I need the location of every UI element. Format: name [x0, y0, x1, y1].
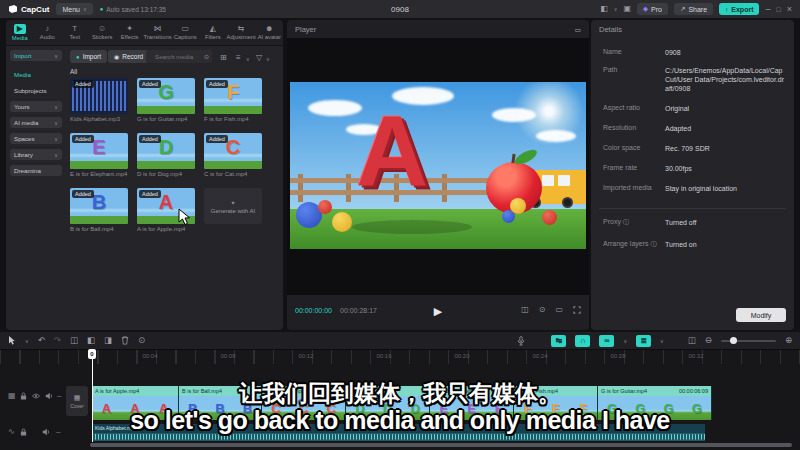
- added-badge: Added: [139, 135, 161, 143]
- trim-right-icon[interactable]: ◨: [104, 336, 112, 345]
- search-visual-icon[interactable]: ⊙: [204, 54, 209, 60]
- sort-icon[interactable]: ≡: [236, 54, 241, 62]
- zoom-slider-knob[interactable]: [730, 337, 737, 344]
- focus-icon[interactable]: ⊙: [539, 306, 546, 314]
- sidebar-item-library[interactable]: Library∨: [10, 149, 62, 160]
- added-badge: Added: [206, 135, 228, 143]
- voiceover-mic-icon[interactable]: [517, 336, 525, 346]
- tab-filters[interactable]: ◭Filters: [199, 20, 226, 45]
- export-button[interactable]: ↑ Export: [719, 3, 759, 15]
- divider: [599, 208, 786, 209]
- added-badge: Added: [72, 190, 94, 198]
- chevron-down-icon[interactable]: ∨: [623, 338, 627, 344]
- layout-toggle-icon[interactable]: ◧: [600, 5, 608, 13]
- horizontal-scrollbar[interactable]: [90, 443, 792, 447]
- media-item[interactable]: AddedG G is for Guitar.mp4: [137, 78, 195, 122]
- select-tool-icon[interactable]: [8, 336, 16, 345]
- snap-toggle[interactable]: ↹: [551, 335, 566, 347]
- filter-icon[interactable]: ▽: [256, 54, 262, 62]
- tab-captions[interactable]: ▭Captions: [172, 20, 199, 45]
- info-icon[interactable]: ⓘ: [650, 241, 656, 247]
- display-mode-icon[interactable]: ▭: [574, 26, 581, 33]
- tab-transitions[interactable]: ⋈Transitions: [143, 20, 171, 45]
- tab-stickers[interactable]: ☺Stickers: [88, 20, 115, 45]
- media-item[interactable]: Added Kids Alphabet.mp3: [70, 78, 128, 122]
- generate-with-ai-card[interactable]: ✦ Generate with AI: [204, 188, 262, 224]
- sidebar-item-media[interactable]: Media: [10, 69, 62, 80]
- export-icon: ↑: [725, 6, 728, 13]
- preview-axis-toggle[interactable]: ≣: [636, 335, 651, 347]
- media-item[interactable]: AddedE E is for Elephant.mp4: [70, 133, 128, 177]
- added-badge: Added: [72, 135, 94, 143]
- audio-icon: ♪: [45, 25, 49, 33]
- player-panel: Player ▭: [287, 20, 589, 330]
- tab-effects[interactable]: ✦Effects: [116, 20, 143, 45]
- share-button[interactable]: ↗ Share: [674, 3, 713, 15]
- fullscreen-icon[interactable]: [573, 306, 581, 314]
- magnet-toggle[interactable]: ∩: [575, 335, 590, 347]
- capcut-logo: CapCut: [8, 4, 49, 14]
- redo-icon[interactable]: ↷: [54, 336, 61, 345]
- preview-letter-a: A: [356, 84, 428, 219]
- search-input[interactable]: [153, 52, 201, 61]
- record-button[interactable]: ◉ Record: [108, 50, 149, 63]
- media-item[interactable]: AddedD D is for Dog.mp4: [137, 133, 195, 177]
- sidebar-item-subprojects[interactable]: Subprojects: [10, 85, 62, 96]
- snapshot-icon[interactable]: ◫: [521, 306, 529, 314]
- undo-icon[interactable]: ↶: [38, 336, 45, 345]
- ratio-icon[interactable]: ▭: [555, 306, 563, 314]
- keyframe-icon[interactable]: ⊙: [138, 336, 145, 345]
- minimize-button[interactable]: –: [765, 5, 770, 14]
- chevron-down-icon[interactable]: ∨: [246, 56, 250, 62]
- timeline-ruler[interactable]: 00:04 00:08 00:12 00:16 00:20 00:24 00:2…: [0, 350, 800, 364]
- detail-color-space: Rec. 709 SDR: [665, 144, 786, 153]
- menu-button[interactable]: Menu ∨: [56, 3, 92, 15]
- zoom-in-icon[interactable]: ⊕: [785, 336, 792, 345]
- tab-media[interactable]: ▶Media: [6, 20, 33, 45]
- sidebar-item-dreamina[interactable]: Dreamina: [10, 165, 62, 176]
- chevron-down-icon[interactable]: ∨: [25, 338, 29, 344]
- tab-audio[interactable]: ♪Audio: [33, 20, 60, 45]
- sidebar-item-ai-media[interactable]: AI media∨: [10, 117, 62, 128]
- chevron-down-icon: ∨: [54, 104, 58, 110]
- sidebar-item-spaces[interactable]: Spaces∨: [10, 133, 62, 144]
- chevron-down-icon: ∨: [83, 6, 87, 12]
- media-item[interactable]: AddedB B is for Ball.mp4: [70, 188, 128, 232]
- sidebar-item-import[interactable]: Import∨: [10, 50, 62, 61]
- tab-ai-avatar[interactable]: ☻AI avatar: [256, 20, 283, 45]
- zoom-out-icon[interactable]: ⊖: [705, 336, 712, 345]
- link-toggle[interactable]: ∞: [599, 335, 614, 347]
- close-button[interactable]: ×: [787, 5, 792, 14]
- subtitle-line-chinese: 让我们回到媒体，我只有媒体。: [0, 378, 800, 409]
- grid-view-icon[interactable]: ⊞: [220, 54, 227, 62]
- trim-left-icon[interactable]: ◧: [87, 336, 95, 345]
- info-icon[interactable]: ⓘ: [623, 219, 629, 225]
- playhead-head[interactable]: 0: [88, 349, 96, 359]
- added-badge: Added: [139, 190, 161, 198]
- sidebar-item-yours[interactable]: Yours∨: [10, 101, 62, 112]
- maximize-button[interactable]: □: [777, 6, 781, 13]
- timeline-zoom-slider[interactable]: [721, 340, 776, 342]
- search-box[interactable]: ⊙: [146, 50, 212, 63]
- adjustment-icon: ⇆: [238, 25, 245, 33]
- multicam-icon[interactable]: ◫: [688, 336, 696, 345]
- share-icon: ↗: [680, 5, 685, 13]
- import-button[interactable]: ● Import: [70, 50, 107, 63]
- chevron-down-icon[interactable]: ∨: [614, 6, 618, 12]
- media-item[interactable]: AddedC C is for Cat.mp4: [204, 133, 262, 177]
- all-section-label[interactable]: All: [70, 68, 77, 75]
- modify-button[interactable]: Modify: [736, 308, 786, 322]
- panel-layout-icon[interactable]: ▣: [623, 5, 631, 13]
- chevron-down-icon: ∨: [54, 120, 58, 126]
- record-icon: ◉: [114, 53, 119, 60]
- chevron-down-icon: ∨: [54, 152, 58, 158]
- split-icon[interactable]: ◫: [70, 336, 78, 345]
- tab-adjustment[interactable]: ⇆Adjustment: [227, 20, 256, 45]
- chevron-down-icon[interactable]: ∨: [266, 56, 270, 62]
- detail-path: C:/Users/Enemos/AppData/Local/CapCut/Use…: [665, 66, 786, 93]
- delete-icon[interactable]: [121, 336, 129, 345]
- pro-button[interactable]: ◆ Pro: [637, 3, 668, 15]
- media-item[interactable]: AddedF F is for Fish.mp4: [204, 78, 262, 122]
- tab-text[interactable]: TText: [61, 20, 88, 45]
- chevron-down-icon[interactable]: ∨: [660, 338, 664, 344]
